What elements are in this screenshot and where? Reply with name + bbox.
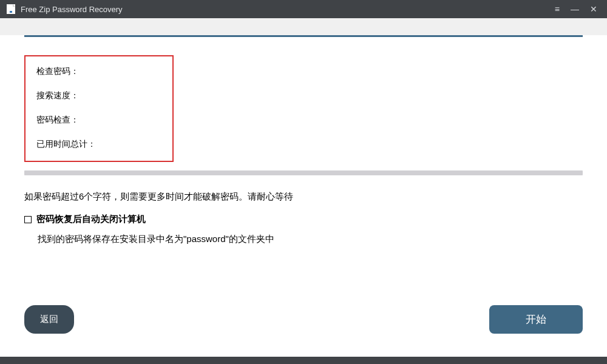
titlebar-title: Free Zip Password Recovery xyxy=(21,5,555,14)
titlebar: Free Zip Password Recovery ≡ — ✕ xyxy=(0,0,607,18)
long-password-hint: 如果密码超过6个字符，则需要更多时间才能破解密码。请耐心等待 xyxy=(24,191,583,203)
titlebar-controls: ≡ — ✕ xyxy=(555,5,601,13)
top-divider xyxy=(24,35,583,37)
status-password-check: 密码检查： xyxy=(36,115,161,126)
back-button[interactable]: 返回 xyxy=(24,305,74,334)
status-check-password: 检查密码： xyxy=(36,66,161,77)
app-icon xyxy=(6,4,16,14)
button-row: 返回 开始 xyxy=(24,305,583,334)
shutdown-checkbox-label: 密码恢复后自动关闭计算机 xyxy=(36,214,146,225)
status-search-speed: 搜索速度： xyxy=(36,90,161,101)
close-icon[interactable]: ✕ xyxy=(590,5,597,13)
shutdown-checkbox[interactable] xyxy=(24,216,32,223)
content-area: 检查密码： 搜索速度： 密码检查： 已用时间总计： 如果密码超过6个字符，则需要… xyxy=(0,35,607,357)
save-location-note: 找到的密码将保存在安装目录中名为"password"的文件夹中 xyxy=(38,234,583,245)
status-elapsed-time: 已用时间总计： xyxy=(36,139,161,150)
start-button[interactable]: 开始 xyxy=(489,305,583,334)
footer: Version 1.5.8.8 xyxy=(0,357,607,364)
progress-bar xyxy=(24,170,583,175)
shutdown-checkbox-row[interactable]: 密码恢复后自动关闭计算机 xyxy=(24,214,583,225)
menu-icon[interactable]: ≡ xyxy=(555,5,560,13)
status-box: 检查密码： 搜索速度： 密码检查： 已用时间总计： xyxy=(24,55,174,162)
svg-rect-1 xyxy=(10,11,12,13)
minimize-icon[interactable]: — xyxy=(571,5,579,13)
